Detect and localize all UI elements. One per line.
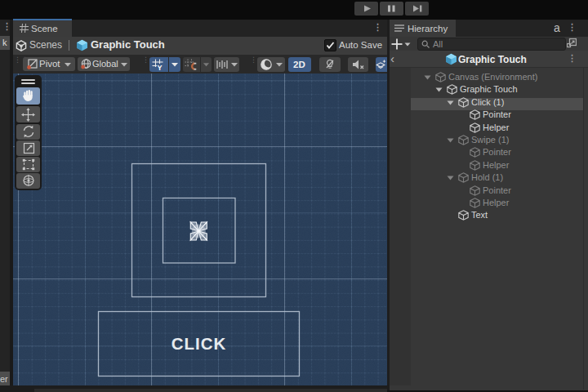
svg-text:CLICK: CLICK bbox=[172, 334, 227, 353]
svg-text:Y: Y bbox=[158, 64, 163, 71]
